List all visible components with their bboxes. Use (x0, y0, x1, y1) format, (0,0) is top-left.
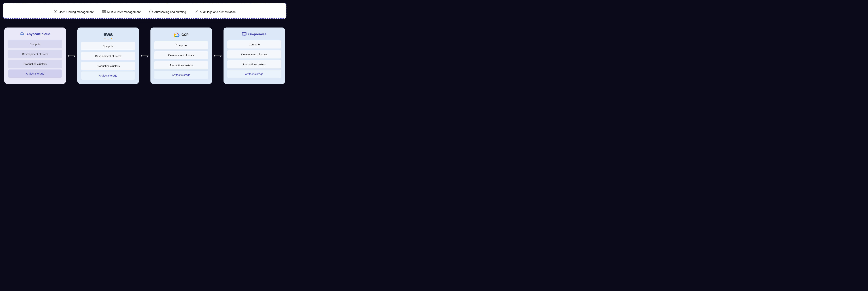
card-items-onpremise: ComputeDevelopment clustersProduction cl… (227, 40, 281, 68)
card-item-compute-onpremise: Compute (227, 40, 281, 49)
card-gcp: GCP ComputeDevelopment clustersProductio… (151, 28, 212, 84)
card-header-onpremise: On-premise (227, 32, 281, 37)
multicluster-icon (102, 10, 106, 14)
card-item-production-clusters-gcp: Production clusters (154, 61, 208, 69)
svg-rect-2 (102, 10, 104, 11)
card-title-onpremise: On-premise (248, 32, 267, 36)
arrow-connector-3 (212, 28, 223, 84)
billing-label: User & billing management (59, 10, 93, 14)
arrow-connector-1 (66, 28, 78, 84)
card-header-anyscale: Anyscale cloud (8, 32, 62, 36)
autoscaling-label: Autoscaling and bursting (154, 10, 186, 14)
aws-logo: aws (104, 32, 113, 38)
feature-audit: Audit logs and orchestration (195, 10, 236, 14)
feature-multicluster: Multi-cluster management (102, 10, 141, 14)
card-item-production-clusters-anyscale: Production clusters (8, 60, 62, 68)
card-items-gcp: ComputeDevelopment clustersProduction cl… (154, 41, 208, 69)
card-item-development-clusters-onpremise: Development clusters (227, 50, 281, 58)
arrow-connector-2 (139, 28, 151, 84)
section-divider (3, 23, 286, 23)
onpremise-icon (242, 32, 246, 37)
control-plane-box: $ User & billing management Multi-cluste… (3, 3, 286, 19)
card-onpremise: On-premise ComputeDevelopment clustersPr… (223, 28, 285, 84)
card-item-compute-gcp: Compute (154, 41, 208, 50)
svg-rect-3 (104, 10, 105, 11)
multicluster-label: Multi-cluster management (107, 10, 141, 14)
card-item-compute-anyscale: Compute (8, 40, 62, 48)
autoscaling-icon (149, 10, 153, 14)
card-items-anyscale: ComputeDevelopment clustersProduction cl… (8, 40, 62, 68)
feature-autoscaling: Autoscaling and bursting (149, 10, 186, 14)
gcp-icon (174, 32, 180, 38)
audit-label: Audit logs and orchestration (200, 10, 236, 14)
card-item-development-clusters-anyscale: Development clusters (8, 50, 62, 58)
card-anyscale: Anyscale cloud ComputeDevelopment cluste… (4, 28, 66, 84)
audit-icon (195, 10, 198, 14)
card-item-compute-aws: Compute (81, 42, 135, 50)
feature-billing: $ User & billing management (54, 10, 93, 14)
card-title-anyscale: Anyscale cloud (26, 32, 50, 36)
svg-rect-4 (102, 12, 104, 13)
artifact-storage-anyscale: Artifact storage (8, 69, 62, 78)
artifact-storage-aws: Artifact storage (81, 71, 135, 80)
anyscale-cloud-icon (20, 32, 25, 36)
card-header-aws: aws (81, 32, 135, 38)
card-item-production-clusters-onpremise: Production clusters (227, 60, 281, 68)
card-item-production-clusters-aws: Production clusters (81, 62, 135, 70)
svg-rect-14 (243, 33, 246, 35)
card-items-aws: ComputeDevelopment clustersProduction cl… (81, 42, 135, 70)
artifact-storage-gcp: Artifact storage (154, 71, 208, 79)
svg-text:$: $ (55, 11, 56, 13)
control-plane-features: $ User & billing management Multi-cluste… (8, 10, 282, 14)
card-title-gcp: GCP (181, 33, 188, 37)
artifact-storage-onpremise: Artifact storage (227, 70, 281, 78)
cards-section: Anyscale cloud ComputeDevelopment cluste… (3, 28, 286, 84)
card-header-gcp: GCP (154, 32, 208, 38)
card-aws: aws ComputeDevelopment clustersProductio… (78, 28, 139, 84)
card-item-development-clusters-gcp: Development clusters (154, 51, 208, 59)
svg-rect-5 (104, 12, 105, 13)
card-item-development-clusters-aws: Development clusters (81, 52, 135, 60)
billing-icon: $ (54, 10, 57, 14)
